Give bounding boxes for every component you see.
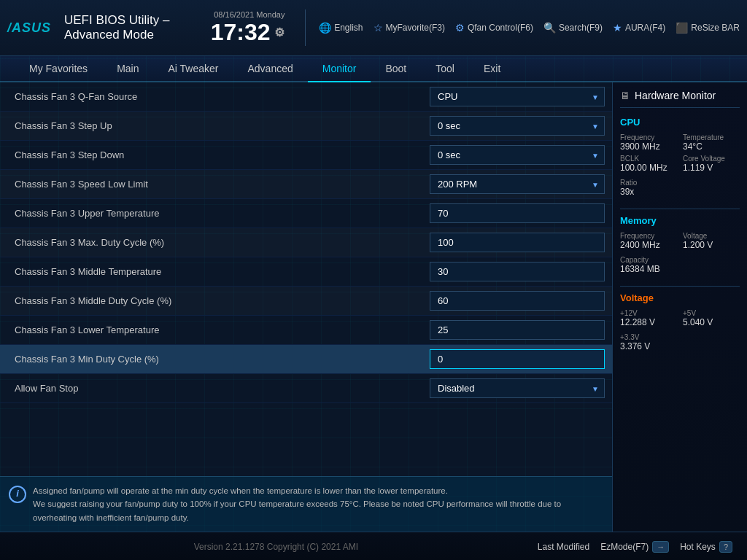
- globe-icon: 🌐: [319, 22, 331, 34]
- question-icon: ?: [719, 541, 732, 553]
- search-icon: 🔍: [543, 22, 556, 34]
- hot-keys-button[interactable]: Hot Keys ?: [680, 541, 732, 553]
- setting-label-qfan-source: Chassis Fan 3 Q-Fan Source: [15, 91, 430, 102]
- footer: Version 2.21.1278 Copyright (C) 2021 AMI…: [0, 532, 747, 560]
- search-button[interactable]: 🔍 Search(F9): [543, 22, 603, 34]
- date-display: 08/16/2021 Monday: [214, 10, 285, 19]
- qfan-control-button[interactable]: ⚙ Qfan Control(F6): [455, 22, 533, 34]
- cpu-frequency-label: Frequency: [620, 133, 677, 141]
- step-down-dropdown[interactable]: 0 sec 0.1 sec: [430, 145, 605, 165]
- middle-duty-value-wrapper: [430, 291, 605, 311]
- voltage-12v-value: 12.288 V: [620, 317, 677, 327]
- monitor-icon: 🖥: [620, 90, 630, 101]
- memory-frequency-value: 2400 MHz: [620, 240, 677, 250]
- nav-advanced[interactable]: Advanced: [233, 56, 307, 82]
- table-row: Chassis Fan 3 Max. Duty Cycle (%): [0, 228, 612, 257]
- upper-temp-value-wrapper: [430, 203, 605, 223]
- qfan-source-dropdown-wrapper: CPU Chipset T_Sensor1 ▼: [430, 87, 605, 106]
- max-duty-input[interactable]: [430, 233, 605, 252]
- middle-temp-value-wrapper: [430, 262, 605, 281]
- voltage-12v: +12V 12.288 V: [620, 309, 677, 327]
- setting-label-max-duty: Chassis Fan 3 Max. Duty Cycle (%): [15, 237, 430, 248]
- lower-temp-input[interactable]: [430, 320, 605, 340]
- asus-logo-text: /ASUS: [7, 20, 51, 36]
- step-down-dropdown-wrapper: 0 sec 0.1 sec ▼: [430, 145, 605, 165]
- table-row: Chassis Fan 3 Q-Fan Source CPU Chipset T…: [0, 82, 612, 112]
- step-up-dropdown-wrapper: 0 sec 0.1 sec 0.2 sec ▼: [430, 116, 605, 136]
- voltage-33v-label: +3.3V: [620, 333, 740, 341]
- hw-monitor-title: 🖥 Hardware Monitor: [620, 90, 740, 108]
- middle-temp-input[interactable]: [430, 262, 605, 281]
- cpu-section-title: CPU: [620, 117, 740, 128]
- version-info: Version 2.21.1278 Copyright (C) 2021 AMI: [15, 542, 538, 552]
- memory-capacity: Capacity 16384 MB: [620, 256, 740, 274]
- divider: [620, 209, 740, 209]
- aura-button[interactable]: ★ AURA(F4): [613, 22, 665, 34]
- memory-voltage: Voltage 1.200 V: [683, 232, 740, 250]
- ez-mode-button[interactable]: EzMode(F7) →: [600, 541, 669, 553]
- hot-keys-label: Hot Keys: [680, 542, 716, 552]
- lower-temp-value-wrapper: [430, 320, 605, 340]
- setting-label-fan-stop: Allow Fan Stop: [15, 383, 430, 394]
- version-text: Version 2.21.1278 Copyright (C) 2021 AMI: [194, 542, 358, 552]
- time-display: 17:32 ⚙: [211, 19, 285, 46]
- setting-label-step-up: Chassis Fan 3 Step Up: [15, 120, 430, 131]
- nav-exit[interactable]: Exit: [469, 56, 515, 82]
- min-duty-input[interactable]: [430, 349, 605, 369]
- max-duty-value-wrapper: [430, 233, 605, 252]
- table-row: Chassis Fan 3 Lower Temperature: [0, 316, 612, 345]
- divider: [305, 9, 306, 46]
- content-area: Chassis Fan 3 Q-Fan Source CPU Chipset T…: [0, 82, 747, 532]
- asus-logo: /ASUS: [7, 20, 51, 36]
- nav-main[interactable]: Main: [102, 56, 153, 82]
- my-favorite-button[interactable]: ☆ MyFavorite(F3): [374, 22, 445, 34]
- speed-low-dropdown[interactable]: 200 RPM 300 RPM: [430, 174, 605, 194]
- fan-icon: ⚙: [455, 22, 465, 34]
- memory-voltage-value: 1.200 V: [683, 240, 740, 250]
- resize-bar-button[interactable]: ⬛ ReSize BAR: [676, 22, 740, 34]
- qfan-source-dropdown[interactable]: CPU Chipset T_Sensor1: [430, 87, 605, 106]
- last-modified-button[interactable]: Last Modified: [538, 542, 589, 552]
- settings-icon[interactable]: ⚙: [274, 26, 285, 39]
- top-navigation: 🌐 English ☆ MyFavorite(F3) ⚙ Qfan Contro…: [319, 22, 740, 34]
- table-row: Chassis Fan 3 Step Down 0 sec 0.1 sec ▼: [0, 141, 612, 170]
- memory-voltage-label: Voltage: [683, 232, 740, 240]
- bios-title: UEFI BIOS Utility – Advanced Mode: [64, 13, 204, 42]
- setting-label-middle-duty: Chassis Fan 3 Middle Duty Cycle (%): [15, 295, 430, 306]
- memory-frequency-label: Frequency: [620, 232, 677, 240]
- nav-my-favorites[interactable]: My Favorites: [15, 56, 102, 82]
- resize-label: ReSize BAR: [691, 23, 740, 33]
- cpu-bclk-label: BCLK: [620, 155, 677, 163]
- qfan-label: Qfan Control(F6): [468, 23, 533, 33]
- voltage-5v-label: +5V: [683, 309, 740, 317]
- memory-stats: Frequency 2400 MHz Voltage 1.200 V: [620, 232, 740, 250]
- nav-tool[interactable]: Tool: [421, 56, 469, 82]
- table-row: Chassis Fan 3 Step Up 0 sec 0.1 sec 0.2 …: [0, 112, 612, 141]
- voltage-section-title: Voltage: [620, 292, 740, 303]
- step-up-dropdown[interactable]: 0 sec 0.1 sec 0.2 sec: [430, 116, 605, 136]
- voltage-stats: +12V 12.288 V +5V 5.040 V: [620, 309, 740, 327]
- table-row: Chassis Fan 3 Middle Temperature: [0, 257, 612, 287]
- aura-label: AURA(F4): [625, 23, 665, 33]
- nav-boot[interactable]: Boot: [371, 56, 421, 82]
- nav-ai-tweaker[interactable]: Ai Tweaker: [153, 56, 233, 82]
- language-selector[interactable]: 🌐 English: [319, 22, 363, 34]
- ez-mode-label: EzMode(F7): [600, 542, 649, 552]
- upper-temp-input[interactable]: [430, 203, 605, 223]
- cpu-frequency: Frequency 3900 MHz: [620, 133, 677, 152]
- setting-label-speed-low: Chassis Fan 3 Speed Low Limit: [15, 179, 430, 190]
- datetime: 08/16/2021 Monday 17:32 ⚙: [211, 10, 285, 46]
- fan-stop-dropdown[interactable]: Disabled Enabled: [430, 378, 605, 398]
- memory-capacity-value: 16384 MB: [620, 264, 740, 274]
- info-text-2: We suggest raising your fan/pump duty to…: [33, 497, 601, 524]
- voltage-33v-value: 3.376 V: [620, 341, 740, 351]
- ez-mode-arrow: →: [652, 541, 669, 553]
- speed-low-dropdown-wrapper: 200 RPM 300 RPM ▼: [430, 174, 605, 194]
- middle-duty-input[interactable]: [430, 291, 605, 311]
- my-favorite-label: MyFavorite(F3): [386, 23, 445, 33]
- cpu-temperature-value: 34°C: [683, 141, 740, 152]
- table-row: Chassis Fan 3 Upper Temperature: [0, 199, 612, 228]
- nav-monitor[interactable]: Monitor: [308, 56, 371, 82]
- table-row: Chassis Fan 3 Speed Low Limit 200 RPM 30…: [0, 170, 612, 199]
- star-icon: ☆: [374, 22, 383, 34]
